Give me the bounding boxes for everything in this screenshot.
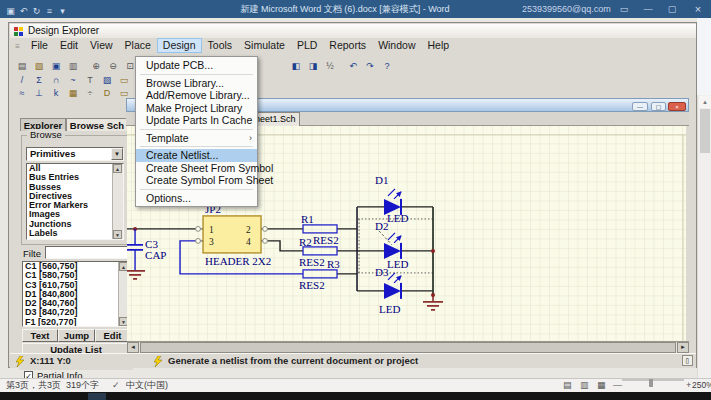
ref-label[interactable]: R2 [299, 236, 312, 248]
type-label[interactable]: RES2 [299, 279, 325, 291]
primitives-list[interactable]: All Bus Entries Busses Directives Error … [26, 163, 124, 240]
zoom-percentage[interactable]: 250% [692, 379, 710, 392]
type-label[interactable]: LED [379, 303, 400, 315]
menu-design[interactable]: Design [157, 38, 202, 53]
ribbon-options-icon[interactable]: ▭ [616, 0, 632, 18]
text-button[interactable]: Text [22, 329, 58, 342]
type-label[interactable]: LED [387, 258, 408, 270]
ref-label[interactable]: R3 [327, 258, 340, 270]
scroll-up-icon[interactable]: ▲ [699, 96, 711, 108]
list-item[interactable]: F1 [520,770] [23, 318, 129, 327]
doc-maximize-button[interactable]: ▢ [651, 102, 666, 111]
cross-probe-icon[interactable]: ◧ [288, 59, 304, 74]
menu-window[interactable]: Window [372, 38, 421, 53]
menu-item-create-symbol-from-sheet[interactable]: Create Symbol From Sheet [136, 174, 257, 187]
account-name[interactable]: 2539399560@qq.com [522, 0, 610, 18]
save-icon[interactable]: ▣ [4, 2, 17, 20]
type-label[interactable]: RES2 [313, 234, 339, 246]
menu-edit[interactable]: Edit [54, 38, 84, 53]
help-icon[interactable]: ? [379, 59, 395, 74]
net-label-tool-icon[interactable]: k [48, 86, 64, 101]
menu-item-options[interactable]: Options... [136, 192, 257, 205]
components-list[interactable]: C1 [560,750] C1 [580,750] C3 [610,750] D… [22, 261, 130, 327]
chevron-down-icon[interactable]: ▼ [111, 148, 123, 160]
ref-label[interactable]: R1 [301, 213, 314, 225]
word-titlebar: ▣↶↻≡▾ 新建 Microsoft Word 文档 (6).docx [兼容模… [0, 0, 711, 18]
scroll-left-icon[interactable]: ◄ [127, 342, 139, 353]
ref-label[interactable]: D2 [375, 220, 388, 232]
word-count[interactable]: 319个字 [66, 379, 99, 392]
proofing-icon[interactable]: ✓ [112, 379, 120, 392]
menu-tools[interactable]: Tools [202, 38, 239, 53]
menu-item-update-pcb[interactable]: Update PCB... [136, 59, 257, 72]
bus-entry-tool-icon[interactable]: ⊥ [31, 86, 47, 101]
maximize-button[interactable]: ▢ [664, 0, 680, 18]
menu-place[interactable]: Place [119, 38, 157, 53]
menu-item-add-remove-library[interactable]: Add/Remove Library... [136, 89, 257, 102]
menu-view[interactable]: View [84, 38, 119, 53]
list-scrollbar[interactable]: ▲ ▼ [112, 164, 123, 239]
filter-input[interactable] [45, 246, 129, 259]
jump-button[interactable]: Jump [58, 329, 95, 342]
undo-icon[interactable]: ↶ [345, 59, 361, 74]
doc-close-button[interactable]: × [668, 102, 686, 111]
annotate-icon[interactable]: ½ [322, 59, 338, 74]
read-mode-icon[interactable]: ▤ [563, 379, 572, 392]
tab-browse-sch[interactable]: Browse Sch [66, 118, 128, 131]
browse-parts-icon[interactable]: ◨ [305, 59, 321, 74]
redo-icon[interactable]: ↷ [362, 59, 378, 74]
ref-label[interactable]: D1 [375, 174, 388, 186]
menu-help[interactable]: Help [421, 38, 455, 53]
menu-pld[interactable]: PLD [291, 38, 323, 53]
print-layout-icon[interactable]: ▥ [580, 379, 589, 392]
browse-mode-select[interactable]: Primitives ▼ [26, 147, 124, 161]
status-corner-icon[interactable]: ▯ [682, 355, 693, 366]
type-label[interactable]: HEADER 2X2 [205, 255, 271, 267]
list-item[interactable]: Labels [27, 229, 123, 238]
app-icon [14, 27, 23, 36]
language-indicator[interactable]: 中文(中国) [126, 379, 168, 392]
page-indicator[interactable]: 第3页，共3页 [6, 379, 61, 392]
qat-customize-icon[interactable]: ▾ [56, 2, 69, 20]
menu-reports[interactable]: Reports [323, 38, 372, 53]
zoom-out-icon[interactable]: — [613, 379, 622, 392]
ref-label[interactable]: D3 [375, 266, 389, 278]
scroll-right-icon[interactable]: ► [677, 342, 689, 353]
type-label[interactable]: RES2 [299, 256, 325, 268]
pin-number: 2 [246, 225, 251, 235]
sheet-symbol-tool-icon[interactable]: ▦ [65, 86, 81, 101]
menu-file[interactable]: File [25, 38, 54, 53]
de-titlebar[interactable]: Design Explorer [10, 24, 696, 38]
zoom-slider-thumb[interactable] [649, 379, 653, 387]
menu-item-template[interactable]: Template› [136, 132, 257, 145]
word-vertical-scrollbar[interactable]: ▲ [697, 95, 711, 378]
edit-button[interactable]: Edit [95, 329, 130, 342]
scrollbar-thumb[interactable] [700, 109, 710, 153]
menu-item-make-project-library[interactable]: Make Project Library [136, 102, 257, 115]
type-label[interactable]: CAP [145, 249, 166, 261]
scroll-down-icon[interactable]: ▼ [113, 230, 122, 239]
menu-simulate[interactable]: Simulate [238, 38, 291, 53]
minimize-button[interactable]: — [640, 0, 656, 18]
dock-panel-icon[interactable]: ≡ [10, 42, 25, 51]
web-layout-icon[interactable]: ▦ [597, 379, 606, 392]
redo-icon[interactable]: ↻ [30, 2, 43, 20]
scroll-up-icon[interactable]: ▲ [113, 164, 122, 173]
power-port-tool-icon[interactable]: ÷ [82, 86, 98, 101]
zoom-in-icon[interactable]: + [686, 379, 691, 392]
undo-icon[interactable]: ↶ [17, 2, 30, 20]
zoom-slider-track[interactable] [622, 379, 684, 381]
menu-item-create-sheet-from-symbol[interactable]: Create Sheet From Symbol [136, 162, 257, 175]
type-label[interactable]: LED [387, 212, 408, 224]
close-button[interactable]: × [688, 0, 708, 18]
menu-item-update-parts-in-cache[interactable]: Update Parts In Cache [136, 114, 257, 127]
ref-label[interactable]: C3 [145, 238, 158, 250]
part-tool-icon[interactable]: D [99, 86, 115, 101]
scrollbar-thumb[interactable] [140, 342, 676, 353]
menu-item-browse-library[interactable]: Browse Library... [136, 77, 257, 90]
touch-mode-icon[interactable]: ≡ [43, 2, 56, 20]
wire-tool-icon[interactable]: ≈ [14, 86, 30, 101]
menu-item-create-netlist[interactable]: Create Netlist... [136, 149, 257, 162]
horizontal-scrollbar[interactable]: ◄ ► [127, 341, 689, 353]
doc-minimize-button[interactable]: — [632, 102, 648, 111]
